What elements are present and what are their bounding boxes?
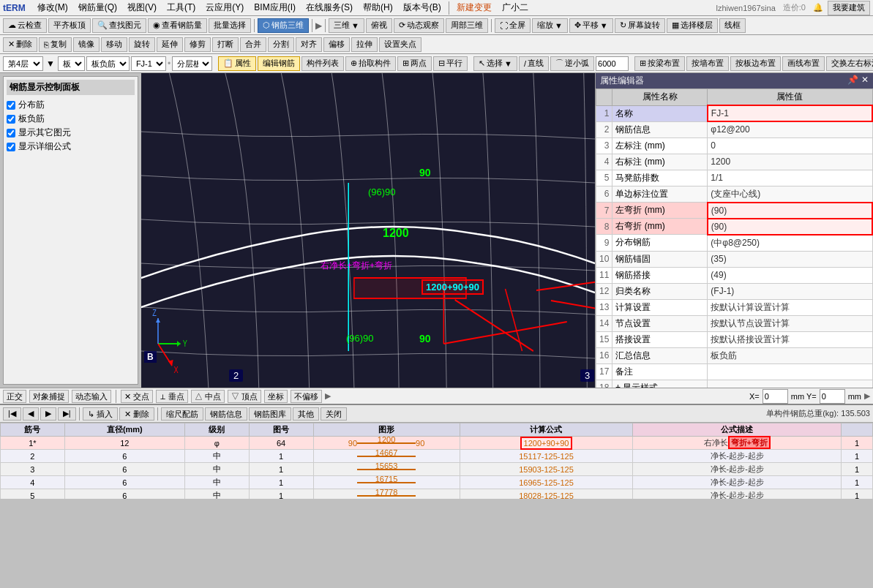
menu-modify[interactable]: 修改(M) bbox=[33, 0, 72, 15]
close-rebar-btn[interactable]: 关闭 bbox=[321, 407, 347, 421]
line-btn[interactable]: / 直线 bbox=[519, 56, 549, 71]
fullscreen-btn[interactable]: ⛶ 全屏 bbox=[495, 18, 531, 33]
other-btn[interactable]: 其他 bbox=[293, 407, 319, 421]
component-list-btn[interactable]: 构件列表 bbox=[301, 56, 344, 71]
prop-val-15[interactable]: 按默认搭接设置计算 bbox=[708, 331, 872, 347]
stretch-btn[interactable]: 拉伸 bbox=[351, 37, 378, 52]
rotate-edit-btn[interactable]: 旋转 bbox=[129, 37, 155, 52]
trim-btn[interactable]: 修剪 bbox=[184, 37, 211, 52]
checkbox-detail[interactable]: 显示详细公式 bbox=[7, 140, 135, 154]
prop-val-4[interactable]: 1200 bbox=[708, 154, 872, 170]
menu-user[interactable]: 广小二 bbox=[498, 0, 533, 15]
menu-cloud[interactable]: 云应用(Y) bbox=[201, 0, 248, 15]
prop-val-6[interactable]: (支座中心线) bbox=[708, 186, 872, 203]
build-btn[interactable]: 我要建筑 bbox=[828, 1, 870, 15]
menu-help[interactable]: 帮助(H) bbox=[359, 0, 397, 15]
prop-val-2[interactable]: φ12@200 bbox=[708, 121, 872, 137]
split-btn[interactable]: 分割 bbox=[268, 37, 294, 52]
prop-val-14[interactable]: 按默认节点设置计算 bbox=[708, 315, 872, 331]
prop-val-11[interactable]: (49) bbox=[708, 267, 872, 283]
grip-btn[interactable]: 设置夹点 bbox=[379, 37, 421, 52]
move-btn[interactable]: 移动 bbox=[101, 37, 127, 52]
close-panel-btn[interactable]: ✕ bbox=[861, 75, 869, 87]
scale-config-btn[interactable]: 缩尺配筋 bbox=[161, 407, 203, 421]
select-mode-btn[interactable]: ↖ 选择 ▼ bbox=[473, 56, 517, 71]
rebar-row-2[interactable]: 26中11466715117-125-125净长-起步-起步1 bbox=[1, 450, 873, 463]
layer-select[interactable]: 第4层 bbox=[3, 56, 43, 71]
align-btn[interactable]: 对齐 bbox=[296, 37, 322, 52]
slab-neg-checkbox[interactable] bbox=[7, 115, 15, 124]
id-select[interactable]: FJ-1 bbox=[131, 56, 166, 71]
place-wall-btn[interactable]: 按墙布置 bbox=[686, 56, 729, 71]
prop-val-5[interactable]: 1/1 bbox=[708, 170, 872, 186]
prop-val-12[interactable]: (FJ-1) bbox=[708, 283, 872, 299]
insert-rebar-btn[interactable]: ↳ 插入 bbox=[83, 407, 118, 421]
notifications[interactable]: 🔔 bbox=[813, 3, 823, 12]
menu-tools[interactable]: 工具(T) bbox=[162, 0, 200, 15]
copy-btn[interactable]: ⎘ 复制 bbox=[39, 37, 72, 52]
top-view-btn[interactable]: 俯视 bbox=[366, 18, 392, 33]
coord-btn[interactable]: 坐标 bbox=[264, 390, 288, 403]
rebar-row-selected[interactable]: 1*12φ64901200901200+90+90右净长弯折+弯折1 bbox=[1, 437, 873, 450]
menu-online[interactable]: 在线服务(S) bbox=[301, 0, 357, 15]
intersection-btn[interactable]: ✕ 交点 bbox=[121, 390, 153, 403]
nav-next[interactable]: ▶ bbox=[40, 407, 56, 421]
detail-checkbox[interactable] bbox=[7, 143, 15, 151]
nav-prev[interactable]: ◀ bbox=[23, 407, 39, 421]
checkbox-others[interactable]: 显示其它图元 bbox=[7, 126, 135, 140]
place-slab-btn[interactable]: 按板边布置 bbox=[730, 56, 781, 71]
select-floor-btn[interactable]: ▦ 选择楼层 bbox=[667, 18, 718, 33]
perp-btn[interactable]: ⊥ 垂点 bbox=[156, 390, 188, 403]
edit-rebar-btn[interactable]: 编辑钢筋 bbox=[258, 56, 300, 71]
view-rebar-btn[interactable]: ◉ 查看钢筋量 bbox=[148, 18, 207, 33]
place-beam-btn[interactable]: ⊞ 按梁布置 bbox=[634, 56, 685, 71]
batch-select-btn[interactable]: 批量选择 bbox=[209, 18, 251, 33]
prop-val-7[interactable]: (90) bbox=[708, 203, 872, 219]
pickup-btn[interactable]: ⊕ 抬取构件 bbox=[345, 56, 396, 71]
prop-val-1[interactable]: FJ-1 bbox=[708, 105, 872, 121]
prop-val-9[interactable]: (中φ8@250) bbox=[708, 235, 872, 252]
x-input[interactable] bbox=[763, 389, 788, 404]
rebar-library-btn[interactable]: 钢筋图库 bbox=[249, 407, 291, 421]
rebar-info-btn[interactable]: 钢筋信息 bbox=[205, 407, 247, 421]
props-btn[interactable]: 📋 属性 bbox=[218, 56, 256, 71]
nav-last[interactable]: ▶| bbox=[58, 407, 76, 421]
pan-btn[interactable]: ✥ 平移 ▼ bbox=[569, 18, 613, 33]
delete-btn[interactable]: ✕ 删除 bbox=[3, 37, 37, 52]
canvas-viewport[interactable]: Y X Z 90 1200 右净长+弯折+弯折 1200+90+90 90 (9 bbox=[141, 73, 595, 388]
arc-btn[interactable]: ⌒ 逆小弧 bbox=[550, 56, 594, 71]
layer2-select[interactable]: 分层板1 bbox=[172, 56, 212, 71]
menu-new-change[interactable]: 新建变更 bbox=[452, 0, 496, 15]
prop-val-3[interactable]: 0 bbox=[708, 137, 872, 154]
mid-btn[interactable]: △ 中点 bbox=[191, 390, 225, 403]
prop-val-8[interactable]: (90) bbox=[708, 219, 872, 235]
parallel-btn[interactable]: ⊟ 平行 bbox=[433, 56, 468, 71]
offset-btn[interactable]: 偏移 bbox=[323, 37, 350, 52]
dynamic-observe-btn[interactable]: ⟳ 动态观察 bbox=[394, 18, 444, 33]
merge-btn[interactable]: 合并 bbox=[240, 37, 266, 52]
rebar-row-5[interactable]: 56中11777818028-125-125净长-起步-起步1 bbox=[1, 489, 873, 500]
prop-val-16[interactable]: 板负筋 bbox=[708, 347, 872, 363]
ortho-btn[interactable]: 正交 bbox=[3, 390, 26, 403]
type-select[interactable]: 板 bbox=[58, 56, 85, 71]
two-point-btn[interactable]: ⊞ 两点 bbox=[397, 56, 432, 71]
3d-view-btn[interactable]: 三维 ▼ bbox=[329, 18, 364, 33]
menu-version[interactable]: 版本号(B) bbox=[399, 0, 446, 15]
snap-btn[interactable]: 对象捕捉 bbox=[29, 390, 69, 403]
screen-rotate-btn[interactable]: ↻ 屏幕旋转 bbox=[615, 18, 665, 33]
pin-icon[interactable]: 📌 bbox=[847, 75, 858, 87]
more-status[interactable]: ▶ bbox=[864, 391, 870, 401]
distribution-checkbox[interactable] bbox=[7, 101, 15, 110]
prop-val-13[interactable]: 按默认计算设置计算 bbox=[708, 299, 872, 315]
swap-annotation-btn[interactable]: 交换左右标注 bbox=[826, 56, 873, 71]
y-input[interactable] bbox=[820, 389, 845, 404]
delete-rebar-btn[interactable]: ✕ 删除 bbox=[119, 407, 154, 421]
property-scroll[interactable]: 属性名称 属性值 1名称FJ-12钢筋信息φ12@2003左标注 (mm)04右… bbox=[596, 88, 873, 388]
surround-3d-btn[interactable]: 周部三维 bbox=[446, 18, 488, 33]
menu-rebar-qty[interactable]: 钢筋量(Q) bbox=[74, 0, 121, 15]
break-btn[interactable]: 打断 bbox=[212, 37, 239, 52]
dynamic-input-btn[interactable]: 动态输入 bbox=[72, 390, 111, 403]
checkbox-distribution[interactable]: 分布筋 bbox=[7, 98, 135, 112]
find-element-btn[interactable]: 🔍 查找图元 bbox=[92, 18, 146, 33]
extend-btn[interactable]: 延伸 bbox=[157, 37, 183, 52]
